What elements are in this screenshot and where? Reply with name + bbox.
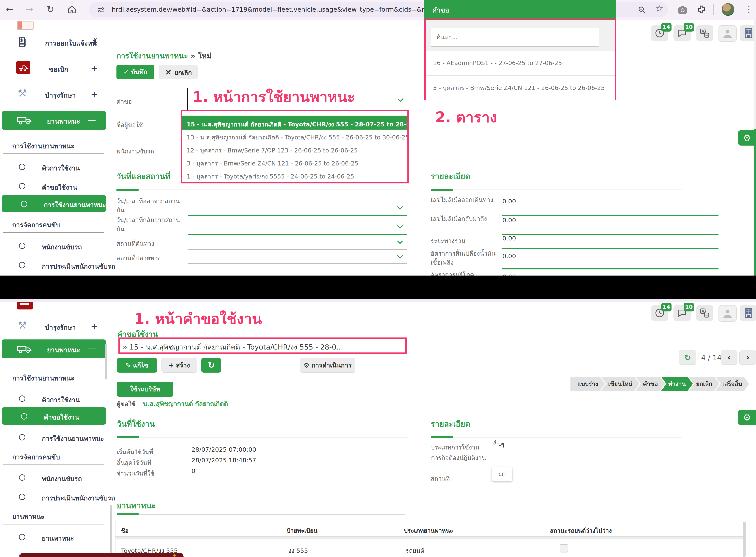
field-underline-green[interactable]: [502, 215, 719, 216]
sidebar-item-queue[interactable]: คิวการใช้งาน: [0, 391, 108, 406]
expand-plus-icon[interactable]: +: [91, 63, 98, 73]
bookmark-star-icon[interactable]: ☆: [655, 3, 664, 14]
sidebar-item-vehicle-active[interactable]: ยานพาหนะ —: [2, 340, 106, 358]
scrollbar-thumb[interactable]: [754, 128, 756, 275]
collapse-minus-icon[interactable]: —: [87, 115, 96, 125]
home-icon[interactable]: [67, 4, 77, 14]
chevron-down-icon[interactable]: [397, 96, 403, 102]
messages-button[interactable]: 10: [673, 305, 691, 321]
sidebar-item-vehicle-usage[interactable]: การใช้งานยานพาหนะ: [0, 430, 108, 445]
user-button[interactable]: [719, 25, 737, 42]
popup-list-item[interactable]: 16 - AEadminPOS1 - - 27-06-25 to 27-06-2…: [426, 51, 615, 76]
table-scrollbar-thumb[interactable]: [743, 522, 746, 557]
sidebar-item-drivers[interactable]: พนักงานขับรถ: [0, 470, 108, 485]
site-settings-icon[interactable]: [97, 6, 105, 14]
user-button[interactable]: [719, 305, 737, 322]
sidebar-item-maintenance[interactable]: ⚒ บำรุงรักษา +: [0, 86, 108, 104]
field-underline-green[interactable]: [188, 215, 407, 216]
sidebar-item-vehicle-active[interactable]: ยานพาหนะ —: [2, 111, 106, 130]
table-header-name[interactable]: ชื่อ: [121, 526, 129, 535]
popup-list-item[interactable]: 3 - บุคลากร - Bmw/Serie Z4/CN 121 - 26-0…: [426, 76, 615, 100]
field-value[interactable]: 0.00: [502, 253, 516, 260]
forward-icon[interactable]: →: [26, 3, 33, 16]
field-underline[interactable]: [188, 263, 407, 264]
sidebar-item-drivers[interactable]: พนักงานขับรถ: [0, 238, 108, 253]
field-value[interactable]: 0.00: [502, 235, 516, 242]
zoom-out-icon[interactable]: [638, 5, 646, 14]
sidebar-item-vehicles[interactable]: ยานพาหนะ: [0, 529, 108, 545]
browser-menu-icon[interactable]: ⋮: [745, 3, 753, 16]
place-chip[interactable]: cri: [492, 467, 512, 481]
field-underline[interactable]: [188, 249, 407, 250]
sidebar-item-maintenance[interactable]: ⚒ บำรุงรักษา +: [0, 318, 108, 335]
table-header-plate[interactable]: ป้ายทะเบียน: [287, 526, 317, 535]
requester-link[interactable]: น.ส.สุพิชญากานต์ กัลยาณกิตติ: [143, 399, 228, 409]
dropdown-option[interactable]: 1 - บุคลากร - Toyota/yaris/กง 5555 - 24-…: [183, 169, 408, 182]
status-working[interactable]: ทำงาน: [661, 377, 693, 391]
pager-prev-button[interactable]: ‹: [721, 351, 737, 365]
dropdown-option[interactable]: 3 - บุคลากร - Bmw/Serie Z4/CN 121 - 26-0…: [183, 156, 408, 169]
messages-button[interactable]: 10: [673, 25, 691, 41]
expand-plus-icon[interactable]: +: [91, 321, 98, 331]
edit-button[interactable]: ✎ แก้ไข: [117, 358, 157, 373]
refresh-button[interactable]: ↻: [201, 358, 221, 373]
company-button[interactable]: [739, 305, 756, 321]
availability-checkbox[interactable]: [560, 544, 568, 553]
chevron-down-icon[interactable]: [397, 253, 403, 259]
sidebar-scrollbar-thumb[interactable]: [105, 344, 107, 380]
save-button[interactable]: ✓ บันทึก: [116, 65, 155, 79]
back-icon[interactable]: ←: [6, 3, 13, 16]
sidebar-item-driver-eval[interactable]: การประเมินพนักงานขับรถ: [0, 257, 108, 272]
chevron-down-icon[interactable]: [397, 238, 403, 244]
table-header-type[interactable]: ประเภทยานพาหนะ: [404, 526, 453, 535]
expand-plus-icon[interactable]: +: [91, 37, 98, 47]
settings-fab[interactable]: ⚙: [738, 130, 756, 146]
dropdown-option[interactable]: 13 - น.ส.สุพิชญากานต์ กัลยาณกิตติ - Toyo…: [183, 129, 408, 143]
profile-avatar[interactable]: [722, 3, 734, 16]
status-cancel[interactable]: ยกเลิก: [689, 377, 720, 391]
translate-button[interactable]: A: [696, 25, 713, 41]
table-header-availability[interactable]: สถานะรถยนต์ว่างไม่ว่าง: [550, 526, 612, 535]
chevron-down-icon[interactable]: [397, 223, 403, 229]
breadcrumb-module[interactable]: การใช้งานยานพาหนะ: [116, 52, 188, 60]
expand-plus-icon[interactable]: +: [91, 89, 98, 99]
status-request[interactable]: คำขอ: [636, 377, 665, 391]
extensions-icon[interactable]: [696, 4, 707, 14]
camera-icon[interactable]: [677, 5, 688, 15]
dropdown-option[interactable]: 15 - น.ส.สุพิชญากานต์ กัลยาณกิตติ - Toyo…: [183, 117, 408, 129]
sidebar-item-requests-active[interactable]: คำขอใช้งาน: [2, 407, 106, 424]
sidebar-item-invoicing[interactable]: $ การออกใบแจ้งหนี้ +: [0, 33, 108, 51]
field-value[interactable]: 0.00: [502, 216, 516, 224]
settings-fab[interactable]: ⚙: [738, 410, 756, 425]
activities-button[interactable]: 14: [651, 305, 668, 321]
activities-button[interactable]: 14: [651, 25, 668, 41]
field-value[interactable]: 0.00: [502, 273, 516, 275]
create-button[interactable]: + สร้าง: [162, 358, 197, 373]
translate-button[interactable]: A: [696, 305, 713, 321]
field-underline-green[interactable]: [502, 268, 719, 269]
sidebar-item-withdraw[interactable]: ขอเบิก +: [0, 60, 108, 77]
pager-next-button[interactable]: ›: [739, 351, 756, 365]
sidebar-item-requests[interactable]: คำขอใช้งาน: [0, 178, 108, 194]
status-done[interactable]: เสร็จสิ้น: [716, 377, 749, 391]
reload-icon[interactable]: ↻: [47, 3, 54, 16]
dropdown-option[interactable]: 12 - บุคลากร - Bmw/Serie 7/OP 123 - 26-0…: [183, 143, 408, 156]
pager-refresh-button[interactable]: ↻: [679, 351, 696, 365]
record-breadcrumb[interactable]: » 15 - น.ส.สุพิชญากานต์ กัลยาณกิตติ - To…: [123, 342, 343, 353]
sidebar-item-queue[interactable]: คิวการใช้งาน: [0, 159, 108, 174]
status-rewrite[interactable]: เขียนใหม่: [601, 377, 640, 391]
sidebar-item-driver-eval[interactable]: การประเมินพนักงานขับรถ: [0, 489, 108, 504]
field-value[interactable]: 0.00: [502, 198, 516, 205]
collapse-minus-icon[interactable]: —: [87, 343, 96, 353]
field-underline-green[interactable]: [502, 234, 719, 235]
dropdown-input-strip[interactable]: [183, 111, 408, 117]
popup-search-input[interactable]: [431, 28, 599, 47]
field-underline-green[interactable]: [502, 248, 719, 249]
actions-button[interactable]: ⚙ การดำเนินการ: [300, 358, 355, 373]
status-draft[interactable]: แบบร่าง: [570, 377, 605, 391]
chevron-down-icon[interactable]: [397, 204, 403, 210]
sidebar-item-vehicle-usage-active[interactable]: การใช้งานยานพาหนะ: [2, 195, 106, 212]
field-underline-green[interactable]: [188, 234, 407, 235]
content-scrollbar-thumb[interactable]: [110, 505, 112, 557]
cancel-button[interactable]: × ยกเลิก: [159, 65, 198, 79]
